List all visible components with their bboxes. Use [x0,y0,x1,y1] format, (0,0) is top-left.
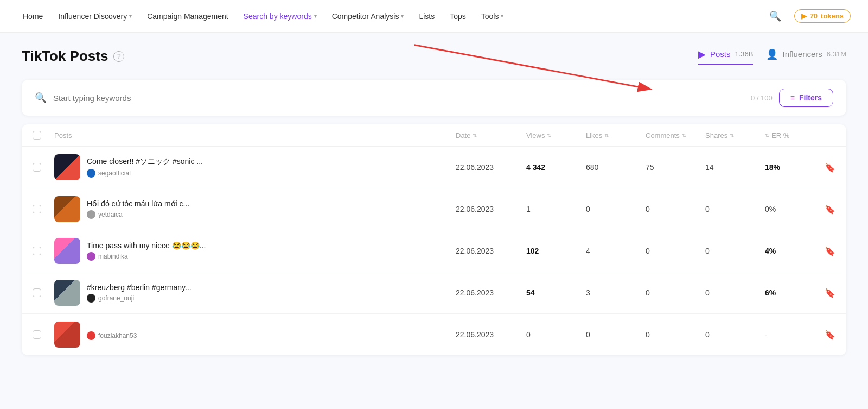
author-name: fouziakhan53 [98,332,137,339]
row-checkbox[interactable] [33,247,41,255]
search-icon: 🔍 [35,92,47,104]
td-views: 1 [526,205,586,213]
tabs-container: ▶ Posts 1.36B 👤 Influencers 6.31M [698,48,846,65]
nav-home[interactable]: Home [17,0,48,33]
navbar: Home Influencer Discovery ▾ Campaign Man… [0,0,868,33]
td-shares: 0 [705,247,765,255]
table-row[interactable]: #kreuzberg #berlin #germany... gofrane_o… [22,272,846,314]
row-checkbox[interactable] [33,330,41,339]
help-icon[interactable]: ? [113,51,124,62]
row-checkbox[interactable] [33,205,41,213]
sort-icon: ⇅ [730,133,734,139]
th-posts: Posts [54,131,456,140]
row-checkbox-cell [33,330,54,339]
nav-lists[interactable]: Lists [413,0,440,33]
chevron-down-icon: ▾ [401,13,404,19]
avatar [87,294,95,303]
posts-tab-icon: ▶ [698,48,706,60]
nav-search-by-keywords[interactable]: Search by keywords ▾ [238,0,322,33]
posts-table: Posts Date ⇅ Views ⇅ Likes ⇅ Comments ⇅ … [22,124,846,355]
post-info: #kreuzberg #berlin #germany... gofrane_o… [87,283,192,303]
th-comments[interactable]: Comments ⇅ [646,131,705,140]
nav-influencer-discovery[interactable]: Influencer Discovery ▾ [53,0,137,33]
table-row[interactable]: Come closer!! #ソニック #sonic ... segaoffic… [22,147,846,188]
row-checkbox-cell [33,163,54,172]
th-date[interactable]: Date ⇅ [456,131,526,140]
tab-influencers[interactable]: 👤 Influencers 6.31M [766,48,846,65]
td-comments: 0 [646,205,705,213]
search-icon[interactable]: 🔍 [769,10,781,22]
post-thumbnail [54,322,80,348]
td-date: 22.06.2023 [456,205,526,213]
table-row[interactable]: fouziakhan53 22.06.2023 0 0 0 0 - 🔖 [22,314,846,355]
chevron-down-icon: ▾ [314,13,317,19]
table-row[interactable]: Hồi đó cứ tóc máu lửa mới c... yetdaica … [22,188,846,230]
sort-icon: ⇅ [473,133,477,139]
td-date: 22.06.2023 [456,163,526,172]
table-header: Posts Date ⇅ Views ⇅ Likes ⇅ Comments ⇅ … [22,124,846,147]
select-all-checkbox[interactable] [33,131,41,140]
bookmark-icon[interactable]: 🔖 [814,288,835,298]
td-comments: 0 [646,330,705,339]
th-likes[interactable]: Likes ⇅ [586,131,646,140]
tab-influencers-label: Influencers [782,49,822,59]
post-author: gofrane_ouji [87,294,192,303]
avatar [87,169,95,178]
td-views: 0 [526,330,586,339]
author-name: gofrane_ouji [98,294,134,302]
bookmark-icon[interactable]: 🔖 [814,162,835,173]
td-shares: 0 [705,288,765,297]
tab-posts-label: Posts [710,49,731,59]
bookmark-icon[interactable]: 🔖 [814,246,835,256]
chevron-down-icon: ▾ [501,13,503,19]
sort-icon: ⇅ [604,133,609,139]
nav-competitor-analysis[interactable]: Competitor Analysis ▾ [327,0,410,33]
th-er[interactable]: ⇅ ER % [765,131,814,140]
page-title: TikTok Posts [22,48,108,65]
search-inner: 🔍 [35,92,744,104]
td-views: 54 [526,288,586,297]
post-thumbnail [54,238,80,264]
filters-button[interactable]: ≡ Filters [779,89,833,107]
bookmark-icon[interactable]: 🔖 [814,204,835,215]
post-info: Come closer!! #ソニック #sonic ... segaoffic… [87,157,203,178]
nav-tools[interactable]: Tools ▾ [476,0,509,33]
td-er: 4% [765,247,814,255]
row-checkbox[interactable] [33,163,41,172]
post-author: yetdaica [87,210,189,219]
tab-posts-count: 1.36B [735,50,754,58]
search-count: 0 / 100 [751,94,773,102]
post-title: #kreuzberg #berlin #germany... [87,283,192,292]
th-shares[interactable]: Shares ⇅ [705,131,765,140]
td-date: 22.06.2023 [456,330,526,339]
td-comments: 75 [646,163,705,172]
main-content: TikTok Posts ? ▶ Posts 1.36B 👤 Influence… [0,33,868,370]
post-author: segaofficial [87,169,203,178]
th-views[interactable]: Views ⇅ [526,131,586,140]
table-row[interactable]: Time pass with my niece 😂😂😂... mabindika… [22,230,846,272]
sort-icon: ⇅ [547,133,551,139]
tab-posts[interactable]: ▶ Posts 1.36B [698,48,754,65]
td-shares: 0 [705,330,765,339]
nav-campaign-management[interactable]: Campaign Management [142,0,233,33]
td-likes: 4 [586,247,646,255]
td-comments: 0 [646,288,705,297]
post-title: Hồi đó cứ tóc máu lửa mới c... [87,199,189,208]
avatar [87,331,95,340]
search-bar: 🔍 0 / 100 ≡ Filters [22,80,846,116]
bookmark-icon[interactable]: 🔖 [814,330,835,340]
td-er: 6% [765,288,814,297]
filters-icon: ≡ [790,93,795,102]
post-thumbnail [54,196,80,222]
influencers-tab-icon: 👤 [766,48,778,60]
post-info: fouziakhan53 [87,329,137,340]
post-cell: Time pass with my niece 😂😂😂... mabindika [54,238,456,264]
post-title: Time pass with my niece 😂😂😂... [87,241,206,250]
nav-tops[interactable]: Tops [444,0,471,33]
td-likes: 3 [586,288,646,297]
td-comments: 0 [646,247,705,255]
avatar [87,210,95,219]
row-checkbox[interactable] [33,288,41,297]
tokens-badge: ▶ 70 tokens [794,9,851,23]
search-input[interactable] [53,93,744,103]
